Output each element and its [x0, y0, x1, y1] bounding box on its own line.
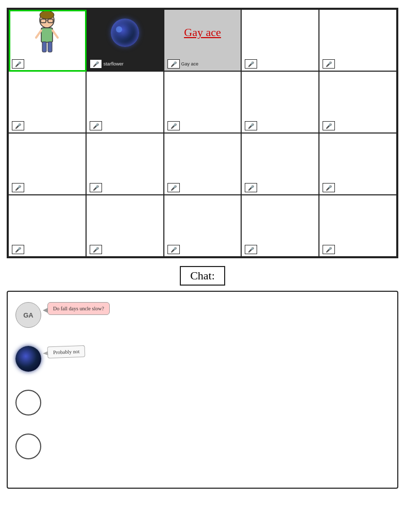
mic-box-r2c0: 🎤 — [12, 183, 24, 192]
mic-container-r1c3[interactable]: 🎤 — [245, 121, 257, 130]
empty-cell-content — [319, 10, 396, 55]
mic-box-r1c3: 🎤 — [245, 121, 257, 130]
empty-cell-content — [9, 134, 86, 179]
video-cell-r2c4[interactable]: 🎤 — [319, 134, 397, 195]
mic-container-r2c1[interactable]: 🎤 — [90, 183, 102, 192]
mic-container-r3c0[interactable]: 🎤 — [12, 245, 24, 254]
mic-container-r0c2[interactable]: 🎤Gay ace — [167, 59, 199, 69]
video-cell-r1c3[interactable]: 🎤 — [242, 72, 319, 134]
mic-box-r0c1: 🎤 — [90, 59, 102, 69]
video-cell-r1c0[interactable]: 🎤 — [9, 72, 87, 134]
chat-avatar-galaxy — [15, 346, 41, 372]
video-cell-r1c2[interactable]: 🎤 — [164, 72, 242, 134]
chat-title-text: Chat: — [190, 269, 215, 282]
mic-container-r1c4[interactable]: 🎤 — [323, 121, 335, 130]
svg-point-1 — [40, 11, 54, 19]
video-cell-r0c2[interactable]: Gay ace 🎤Gay ace — [164, 10, 242, 72]
mic-box-r2c1: 🎤 — [90, 183, 102, 192]
mic-icon: 🎤 — [15, 61, 21, 67]
mic-icon: 🎤 — [171, 185, 177, 191]
empty-cell-content — [319, 72, 396, 117]
mic-box-r3c1: 🎤 — [90, 245, 102, 254]
empty-cell-content — [87, 134, 163, 179]
mic-box-r1c1: 🎤 — [90, 121, 102, 130]
mic-container-r3c4[interactable]: 🎤 — [323, 245, 335, 254]
svg-rect-9 — [48, 42, 52, 52]
video-grid: 🎤 🎤starflower Gay ace 🎤Gay ace🎤🎤🎤🎤🎤🎤🎤🎤🎤🎤… — [8, 9, 397, 257]
video-cell-r0c3[interactable]: 🎤 — [242, 10, 319, 72]
empty-cell-content — [242, 10, 318, 55]
mic-container-r0c4[interactable]: 🎤 — [323, 59, 335, 69]
video-cell-r2c0[interactable]: 🎤 — [9, 134, 87, 195]
cell-name-r0c2: Gay ace — [181, 61, 199, 66]
mic-container-r1c1[interactable]: 🎤 — [90, 121, 102, 130]
video-cell-r3c0[interactable]: 🎤 — [9, 195, 87, 257]
chat-message-msg4 — [15, 434, 390, 459]
empty-cell-content — [242, 195, 318, 241]
video-cell-r0c4[interactable]: 🎤 — [319, 10, 397, 72]
video-grid-container: 🎤 🎤starflower Gay ace 🎤Gay ace🎤🎤🎤🎤🎤🎤🎤🎤🎤🎤… — [7, 8, 398, 258]
mic-icon: 🎤 — [171, 123, 177, 129]
svg-line-7 — [53, 30, 58, 38]
mic-icon: 🎤 — [171, 247, 177, 253]
chat-title-box: Chat: — [180, 266, 225, 286]
mic-box-r3c2: 🎤 — [167, 245, 180, 254]
mic-icon: 🎤 — [248, 247, 254, 253]
mic-icon: 🎤 — [93, 61, 99, 67]
mic-box-r3c0: 🎤 — [12, 245, 24, 254]
video-cell-r2c1[interactable]: 🎤 — [87, 134, 164, 195]
mic-icon: 🎤 — [93, 185, 99, 191]
chat-panel: GADo fall days uncle slow?Probably not — [7, 291, 398, 489]
chat-message-msg3 — [15, 390, 390, 415]
mic-box-r2c4: 🎤 — [323, 183, 335, 192]
empty-cell-content — [164, 195, 241, 241]
video-cell-r3c3[interactable]: 🎤 — [242, 195, 319, 257]
mic-icon: 🎤 — [326, 247, 332, 253]
mic-container-r1c2[interactable]: 🎤 — [167, 121, 180, 130]
mic-container-r3c1[interactable]: 🎤 — [90, 245, 102, 254]
mic-container-r2c0[interactable]: 🎤 — [12, 183, 24, 192]
empty-cell-content — [319, 134, 396, 179]
mic-container-r1c0[interactable]: 🎤 — [12, 121, 24, 130]
mic-container-r0c1[interactable]: 🎤starflower — [90, 59, 124, 69]
person-icon — [33, 11, 61, 55]
video-cell-r0c1[interactable]: 🎤starflower — [87, 10, 164, 72]
empty-cell-content — [164, 72, 241, 117]
mic-icon: 🎤 — [326, 61, 332, 67]
mic-icon: 🎤 — [326, 185, 332, 191]
mic-box-r1c4: 🎤 — [323, 121, 335, 130]
mic-container-r3c3[interactable]: 🎤 — [245, 245, 257, 254]
mic-box-r0c3: 🎤 — [245, 59, 257, 69]
mic-icon: 🎤 — [15, 185, 21, 191]
mic-icon: 🎤 — [326, 123, 332, 129]
video-cell-r3c2[interactable]: 🎤 — [164, 195, 242, 257]
video-cell-r0c0[interactable]: 🎤 — [9, 10, 87, 72]
mic-box-r2c2: 🎤 — [167, 183, 180, 192]
chat-title-area: Chat: — [0, 266, 405, 286]
svg-rect-5 — [41, 28, 53, 42]
mic-container-r0c0[interactable]: 🎤 — [12, 59, 24, 69]
gay-ace-label: Gay ace — [164, 10, 241, 55]
video-cell-r1c4[interactable]: 🎤 — [319, 72, 397, 134]
galaxy-orb — [111, 19, 139, 47]
mic-container-r2c2[interactable]: 🎤 — [167, 183, 180, 192]
mic-icon: 🎤 — [248, 123, 254, 129]
video-cell-r1c1[interactable]: 🎤 — [87, 72, 164, 134]
mic-container-r0c3[interactable]: 🎤 — [245, 59, 257, 69]
video-cell-r3c4[interactable]: 🎤 — [319, 195, 397, 257]
empty-cell-content — [9, 195, 86, 241]
svg-rect-8 — [42, 42, 46, 52]
mic-icon: 🎤 — [93, 247, 99, 253]
mic-container-r3c2[interactable]: 🎤 — [167, 245, 180, 254]
mic-container-r2c4[interactable]: 🎤 — [323, 183, 335, 192]
mic-box-r2c3: 🎤 — [245, 183, 257, 192]
mic-box-r0c0: 🎤 — [12, 59, 24, 69]
speech-bubble-white: Probably not — [47, 345, 86, 359]
mic-icon: 🎤 — [15, 123, 21, 129]
mic-icon: 🎤 — [248, 185, 254, 191]
mic-container-r2c3[interactable]: 🎤 — [245, 183, 257, 192]
video-cell-r2c2[interactable]: 🎤 — [164, 134, 242, 195]
video-cell-r3c1[interactable]: 🎤 — [87, 195, 164, 257]
mic-box-r1c2: 🎤 — [167, 121, 180, 130]
video-cell-r2c3[interactable]: 🎤 — [242, 134, 319, 195]
